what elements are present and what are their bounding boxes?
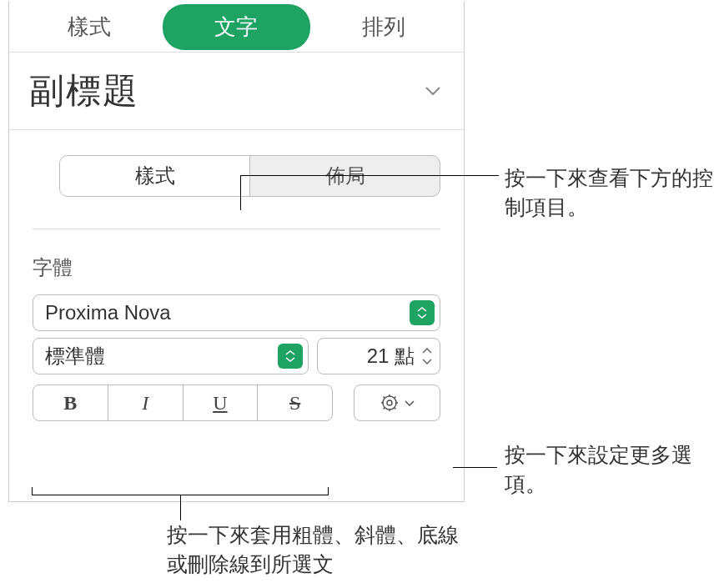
tab-arrange[interactable]: 排列	[310, 4, 457, 50]
font-size-value: 21 點	[326, 343, 420, 369]
dropdown-toggle-icon	[278, 344, 303, 369]
strikethrough-button[interactable]: S	[258, 385, 332, 420]
dropdown-toggle-icon	[410, 300, 435, 325]
chevron-down-icon	[425, 87, 440, 95]
text-format-buttons: B I U S	[33, 384, 333, 421]
paragraph-style-dropdown[interactable]: 副標題	[9, 53, 464, 130]
svg-line-8	[384, 408, 385, 410]
font-family-name: Proxima Nova	[45, 301, 171, 324]
callout-line	[453, 467, 497, 468]
stepper-up[interactable]	[420, 346, 435, 356]
tab-text[interactable]: 文字	[163, 4, 309, 50]
paragraph-style-label: 副標題	[29, 68, 139, 114]
chevron-down-icon	[405, 400, 415, 406]
callout-line	[240, 175, 241, 210]
svg-line-6	[384, 397, 385, 399]
subtab-segmented: 樣式 佈局	[59, 155, 440, 197]
top-tabs: 樣式 文字 排列	[9, 2, 464, 52]
format-panel: 樣式 文字 排列 副標題 樣式 佈局 字體 Proxima Nova 標準體	[8, 2, 465, 502]
bold-button[interactable]: B	[33, 385, 108, 420]
font-size-input[interactable]: 21 點	[317, 338, 440, 374]
advanced-options-button[interactable]	[354, 384, 440, 421]
callout-gear-hint: 按一下來設定更多選項。	[505, 440, 696, 499]
font-family-select[interactable]: Proxima Nova	[33, 294, 440, 331]
subtab-layout[interactable]: 佈局	[250, 156, 440, 196]
callout-layout-hint: 按一下來查看下方的控制項目。	[505, 163, 713, 222]
svg-line-7	[395, 408, 396, 410]
font-section-label: 字體	[33, 254, 440, 281]
font-size-stepper	[420, 346, 435, 367]
tab-style[interactable]: 樣式	[16, 4, 163, 50]
subtab-style[interactable]: 樣式	[60, 156, 250, 196]
font-weight-label: 標準體	[45, 343, 105, 369]
underline-button[interactable]: U	[184, 385, 259, 420]
gear-icon	[380, 393, 400, 413]
font-weight-select[interactable]: 標準體	[33, 338, 309, 374]
callout-line	[180, 495, 181, 520]
italic-button[interactable]: I	[108, 385, 184, 420]
callout-format-hint: 按一下來套用粗體、斜體、底線或刪除線到所選文	[167, 520, 475, 579]
stepper-down[interactable]	[420, 357, 435, 367]
callout-bracket	[32, 487, 329, 495]
font-section: 字體 Proxima Nova 標準體 21 點	[9, 229, 464, 421]
callout-line	[240, 175, 499, 176]
svg-line-9	[395, 397, 396, 399]
svg-point-1	[387, 400, 392, 405]
